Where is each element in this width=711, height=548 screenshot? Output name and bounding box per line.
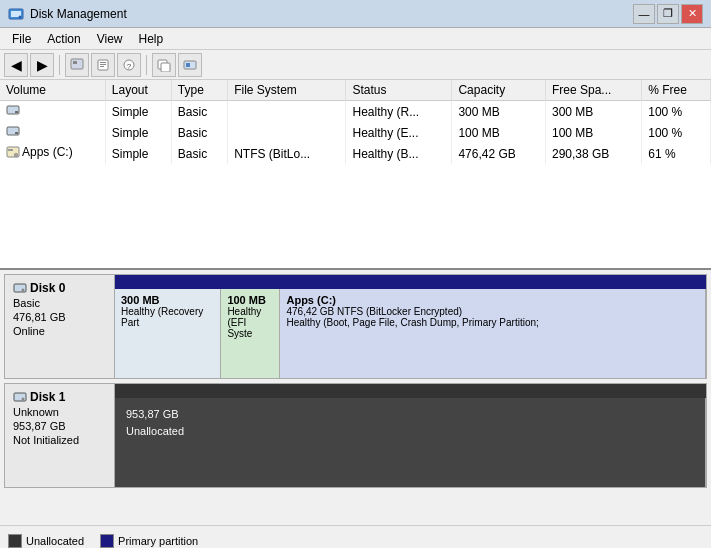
cell-freespace: 100 MB — [546, 122, 642, 143]
cell-percentfree: 100 % — [642, 122, 711, 143]
cell-layout: Simple — [105, 122, 171, 143]
status-bar: Unallocated Primary partition — [0, 525, 711, 548]
table-row[interactable]: SimpleBasicHealthy (R...300 MB300 MB100 … — [0, 101, 711, 123]
cell-volume: Apps (C:) — [0, 143, 105, 164]
svg-rect-12 — [161, 63, 170, 72]
svg-rect-8 — [100, 66, 104, 67]
partition-block-0[interactable]: 953,87 GB Unallocated — [115, 398, 706, 487]
cell-capacity: 300 MB — [452, 101, 546, 123]
disk-bar — [115, 275, 706, 289]
svg-point-26 — [22, 398, 25, 401]
legend-unalloc-box — [8, 534, 22, 548]
menu-action[interactable]: Action — [39, 30, 88, 48]
disk-row-disk0: Disk 0 Basic 476,81 GB Online 300 MB Hea… — [4, 274, 707, 379]
svg-text:?: ? — [127, 62, 132, 71]
cell-filesystem: NTFS (BitLo... — [228, 143, 346, 164]
unalloc-label: Unallocated — [121, 425, 699, 442]
col-filesystem: File System — [228, 80, 346, 101]
disk-partitions-disk1: 953,87 GB Unallocated — [115, 384, 706, 487]
legend-primary: Primary partition — [100, 534, 198, 548]
cell-volume — [0, 101, 105, 123]
col-capacity: Capacity — [452, 80, 546, 101]
table-row[interactable]: Apps (C:)SimpleBasicNTFS (BitLo...Health… — [0, 143, 711, 164]
cell-layout: Simple — [105, 143, 171, 164]
svg-rect-6 — [100, 62, 106, 63]
up-button[interactable] — [65, 53, 89, 77]
unalloc-size: 953,87 GB — [121, 403, 699, 425]
cell-filesystem — [228, 101, 346, 123]
legend-unalloc-label: Unallocated — [26, 535, 84, 547]
toolbar-separator-1 — [59, 55, 60, 75]
cell-volume — [0, 122, 105, 143]
forward-button[interactable]: ▶ — [30, 53, 54, 77]
svg-point-21 — [15, 154, 17, 156]
svg-rect-14 — [186, 63, 190, 67]
svg-rect-7 — [100, 64, 106, 65]
svg-point-24 — [22, 289, 25, 292]
app-icon — [8, 6, 24, 22]
cell-type: Basic — [171, 122, 227, 143]
disk-row-disk1: Disk 1 Unknown 953,87 GB Not Initialized… — [4, 383, 707, 488]
refresh-button[interactable] — [152, 53, 176, 77]
disk-partitions-disk0: 300 MB Healthy (Recovery Part 100 MB Hea… — [115, 275, 706, 378]
cell-layout: Simple — [105, 101, 171, 123]
col-freespace: Free Spa... — [546, 80, 642, 101]
svg-rect-4 — [73, 61, 77, 64]
close-button[interactable]: ✕ — [681, 4, 703, 24]
part-title: Apps (C:) — [286, 294, 699, 306]
menu-bar: File Action View Help — [0, 28, 711, 50]
disk-label-disk0: Disk 0 Basic 476,81 GB Online — [5, 275, 115, 378]
disk-parts-row: 300 MB Healthy (Recovery Part 100 MB Hea… — [115, 289, 706, 378]
col-status: Status — [346, 80, 452, 101]
partition-block-0[interactable]: 300 MB Healthy (Recovery Part — [115, 289, 221, 378]
table-header-row: Volume Layout Type File System Status Ca… — [0, 80, 711, 101]
part-sublabel: 476,42 GB NTFS (BitLocker Encrypted) — [286, 306, 699, 317]
partition-block-1[interactable]: 100 MB Healthy (EFI Syste — [221, 289, 280, 378]
properties-button[interactable] — [91, 53, 115, 77]
disk-bar — [115, 384, 706, 398]
restore-button[interactable]: ❐ — [657, 4, 679, 24]
cell-type: Basic — [171, 143, 227, 164]
cell-filesystem — [228, 122, 346, 143]
cell-status: Healthy (B... — [346, 143, 452, 164]
window-controls: — ❐ ✕ — [633, 4, 703, 24]
disk-table: Volume Layout Type File System Status Ca… — [0, 80, 711, 164]
part-sublabel2: Healthy (Boot, Page File, Crash Dump, Pr… — [286, 317, 699, 328]
svg-rect-22 — [8, 149, 13, 151]
help-button[interactable]: ? — [117, 53, 141, 77]
back-button[interactable]: ◀ — [4, 53, 28, 77]
disk-label-disk1: Disk 1 Unknown 953,87 GB Not Initialized — [5, 384, 115, 487]
cell-capacity: 100 MB — [452, 122, 546, 143]
svg-rect-18 — [15, 132, 18, 134]
title-bar: Disk Management — ❐ ✕ — [0, 0, 711, 28]
col-type: Type — [171, 80, 227, 101]
legend-unallocated: Unallocated — [8, 534, 84, 548]
cell-percentfree: 61 % — [642, 143, 711, 164]
cell-freespace: 290,38 GB — [546, 143, 642, 164]
extend-button[interactable] — [178, 53, 202, 77]
cell-capacity: 476,42 GB — [452, 143, 546, 164]
cell-status: Healthy (E... — [346, 122, 452, 143]
disk-visualization-panel: Disk 0 Basic 476,81 GB Online 300 MB Hea… — [0, 270, 711, 525]
cell-percentfree: 100 % — [642, 101, 711, 123]
col-percentfree: % Free — [642, 80, 711, 101]
part-size: 100 MB — [227, 294, 273, 306]
cell-type: Basic — [171, 101, 227, 123]
partition-block-2[interactable]: Apps (C:) 476,42 GB NTFS (BitLocker Encr… — [280, 289, 706, 378]
part-sublabel: Healthy (Recovery Part — [121, 306, 214, 328]
svg-rect-16 — [15, 111, 18, 113]
minimize-button[interactable]: — — [633, 4, 655, 24]
part-sublabel: Healthy (EFI Syste — [227, 306, 273, 339]
disk-parts-row: 953,87 GB Unallocated — [115, 398, 706, 487]
legend-primary-box — [100, 534, 114, 548]
col-volume: Volume — [0, 80, 105, 101]
table-row[interactable]: SimpleBasicHealthy (E...100 MB100 MB100 … — [0, 122, 711, 143]
title-bar-left: Disk Management — [8, 6, 127, 22]
menu-view[interactable]: View — [89, 30, 131, 48]
toolbar: ◀ ▶ ? — [0, 50, 711, 80]
menu-help[interactable]: Help — [131, 30, 172, 48]
cell-freespace: 300 MB — [546, 101, 642, 123]
cell-status: Healthy (R... — [346, 101, 452, 123]
disk-name: Disk 0 — [13, 281, 106, 295]
menu-file[interactable]: File — [4, 30, 39, 48]
